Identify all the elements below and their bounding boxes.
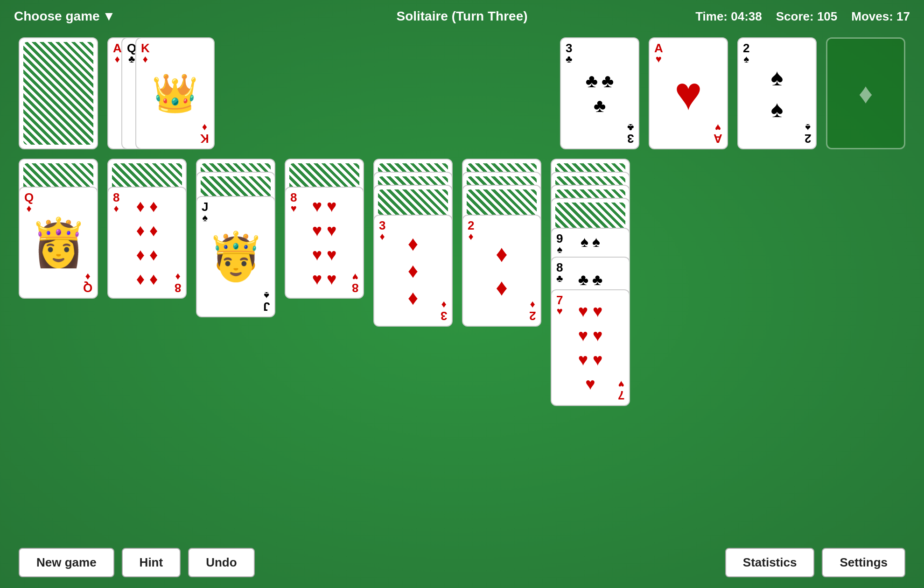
tableau-col-7: 9♠ 9♠ ♠♠♠♠♠♠♠♠ ♠ 8♣ 8♣ ♣♣♣♣♣♣♣♣ 7♥ 7♥ xyxy=(551,159,630,513)
stock-pile[interactable] xyxy=(19,37,98,149)
tableau-col6-two-diamonds[interactable]: 2♦ 2♦ ♦ ♦ xyxy=(462,215,541,327)
tableau-row: Q♦ Q♦ 👸 8♦ 8♦ ♦♦ ♦♦ ♦♦ ♦♦ xyxy=(19,159,905,513)
tableau-col-1: Q♦ Q♦ 👸 xyxy=(19,159,98,383)
tableau-col-2: 8♦ 8♦ ♦♦ ♦♦ ♦♦ ♦♦ xyxy=(107,159,187,383)
tableau-col5-three-diamonds[interactable]: 3♦ 3♦ ♦ ♦ ♦ xyxy=(373,215,453,327)
foundation-spades[interactable]: 2♠ 2♠ ♠♠ xyxy=(737,37,817,149)
tableau-col7-seven-hearts[interactable]: 7♥ 7♥ ♥♥ ♥♥ ♥♥ ♥ xyxy=(551,289,630,406)
hint-button[interactable]: Hint xyxy=(122,548,181,577)
tableau-col-6: 2♦ 2♦ ♦ ♦ xyxy=(462,159,541,439)
choose-game-button[interactable]: Choose game ▼ xyxy=(14,9,115,24)
settings-button[interactable]: Settings xyxy=(822,548,905,577)
tableau-col-3: J♠ J♠ 🤴 xyxy=(196,159,275,401)
header: Choose game ▼ Solitaire (Turn Three) Tim… xyxy=(0,0,924,33)
waste-card-king-diamonds[interactable]: K♦ K♦ 👑 xyxy=(135,37,215,149)
game-title: Solitaire (Turn Three) xyxy=(396,9,527,24)
foundation-hearts[interactable]: A♥ A♥ ♥ xyxy=(649,37,728,149)
tableau-col-4: 8♥ 8♥ ♥♥ ♥♥ ♥♥ ♥♥ xyxy=(285,159,364,383)
footer: New game Hint Undo Statistics Settings xyxy=(0,537,924,588)
undo-button[interactable]: Undo xyxy=(188,548,254,577)
top-row: A♦ A♦ ♦ Q♣ Q♣ 👸 K♦ K♦ 👑 3♣ 3♣ ♣♣ xyxy=(19,37,905,149)
game-area: A♦ A♦ ♦ Q♣ Q♣ 👸 K♦ K♦ 👑 3♣ 3♣ ♣♣ xyxy=(0,33,924,537)
waste-pile[interactable]: A♦ A♦ ♦ Q♣ Q♣ 👸 K♦ K♦ 👑 xyxy=(107,37,205,149)
time-display: Time: 04:38 xyxy=(695,9,762,24)
footer-right-buttons: Statistics Settings xyxy=(725,548,905,577)
foundation-clubs[interactable]: 3♣ 3♣ ♣♣ ♣ xyxy=(560,37,639,149)
stats-area: Time: 04:38 Score: 105 Moves: 17 xyxy=(695,9,910,24)
new-game-button[interactable]: New game xyxy=(19,548,114,577)
tableau-col2-eight-diamonds[interactable]: 8♦ 8♦ ♦♦ ♦♦ ♦♦ ♦♦ xyxy=(107,187,187,299)
tableau-col-5: 3♦ 3♦ ♦ ♦ ♦ xyxy=(373,159,453,439)
footer-left-buttons: New game Hint Undo xyxy=(19,548,255,577)
tableau-col3-jack-spades[interactable]: J♠ J♠ 🤴 xyxy=(196,196,275,317)
choose-game-label: Choose game xyxy=(14,9,100,24)
foundation-diamonds-empty[interactable]: ♦ xyxy=(826,37,905,149)
score-display: Score: 105 xyxy=(776,9,838,24)
tableau-col4-eight-hearts[interactable]: 8♥ 8♥ ♥♥ ♥♥ ♥♥ ♥♥ xyxy=(285,187,364,299)
dropdown-arrow-icon: ▼ xyxy=(103,9,116,24)
moves-display: Moves: 17 xyxy=(851,9,910,24)
tableau-col1-queen-diamonds[interactable]: Q♦ Q♦ 👸 xyxy=(19,187,98,299)
statistics-button[interactable]: Statistics xyxy=(725,548,815,577)
